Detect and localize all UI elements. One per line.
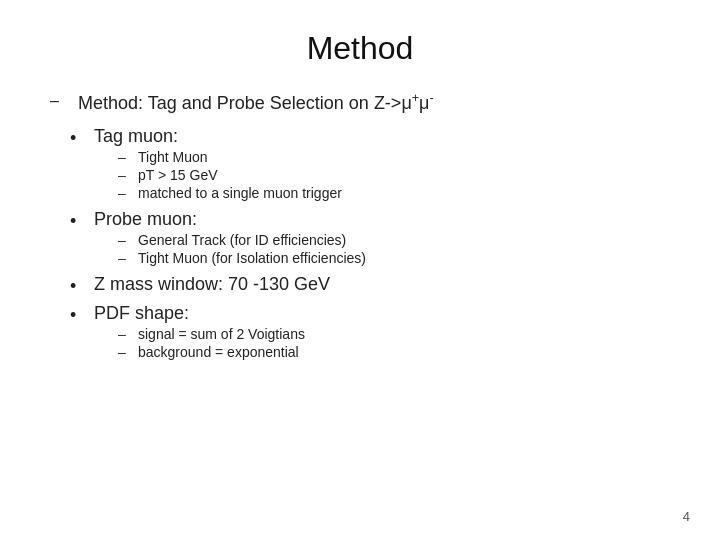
bullet-dot-1: • bbox=[70, 126, 86, 151]
bullet-tag-muon-content: Tag muon: – Tight Muon – pT > 15 GeV – m bbox=[94, 126, 342, 205]
bullets-section: • Tag muon: – Tight Muon – pT > 15 GeV bbox=[70, 126, 670, 368]
sub-item-trigger: – matched to a single muon trigger bbox=[118, 185, 342, 201]
sub-dash-7: – bbox=[118, 344, 132, 360]
top-dash: – bbox=[50, 92, 70, 110]
pdf-shape-sub-items: – signal = sum of 2 Voigtians – backgrou… bbox=[118, 326, 305, 360]
sub-text-pt: pT > 15 GeV bbox=[138, 167, 218, 183]
pdf-shape-label: PDF shape: bbox=[94, 303, 189, 323]
sub-text-tight-muon: Tight Muon bbox=[138, 149, 208, 165]
slide-content: – Method: Tag and Probe Selection on Z->… bbox=[50, 91, 670, 510]
sub-dash-3: – bbox=[118, 185, 132, 201]
sub-text-general-track: General Track (for ID efficiencies) bbox=[138, 232, 346, 248]
slide: Method – Method: Tag and Probe Selection… bbox=[0, 0, 720, 540]
sub-text-background: background = exponential bbox=[138, 344, 299, 360]
sub-item-pt: – pT > 15 GeV bbox=[118, 167, 342, 183]
tag-muon-sub-items: – Tight Muon – pT > 15 GeV – matched to … bbox=[118, 149, 342, 201]
bullet-pdf-shape: • PDF shape: – signal = sum of 2 Voigtia… bbox=[70, 303, 670, 364]
sub-item-general-track: – General Track (for ID efficiencies) bbox=[118, 232, 366, 248]
sub-dash-2: – bbox=[118, 167, 132, 183]
sub-text-signal: signal = sum of 2 Voigtians bbox=[138, 326, 305, 342]
bullet-dot-4: • bbox=[70, 303, 86, 328]
sub-item-background: – background = exponential bbox=[118, 344, 305, 360]
sub-item-tight-muon: – Tight Muon bbox=[118, 149, 342, 165]
sub-dash-5: – bbox=[118, 250, 132, 266]
sub-item-tight-muon-iso: – Tight Muon (for Isolation efficiencies… bbox=[118, 250, 366, 266]
top-level-item: – Method: Tag and Probe Selection on Z->… bbox=[50, 91, 670, 114]
slide-title: Method bbox=[50, 30, 670, 67]
sub-dash-6: – bbox=[118, 326, 132, 342]
z-mass-label: Z mass window: 70 -130 GeV bbox=[94, 274, 330, 294]
sub-text-tight-muon-iso: Tight Muon (for Isolation efficiencies) bbox=[138, 250, 366, 266]
top-level-text: Method: Tag and Probe Selection on Z->μ+… bbox=[78, 91, 434, 114]
sub-dash-4: – bbox=[118, 232, 132, 248]
bullet-pdf-shape-content: PDF shape: – signal = sum of 2 Voigtians… bbox=[94, 303, 305, 364]
bullet-probe-muon-content: Probe muon: – General Track (for ID effi… bbox=[94, 209, 366, 270]
bullet-dot-3: • bbox=[70, 274, 86, 299]
page-number: 4 bbox=[683, 509, 690, 524]
sub-text-trigger: matched to a single muon trigger bbox=[138, 185, 342, 201]
bullet-dot-2: • bbox=[70, 209, 86, 234]
bullet-z-mass: • Z mass window: 70 -130 GeV bbox=[70, 274, 670, 299]
sub-item-signal: – signal = sum of 2 Voigtians bbox=[118, 326, 305, 342]
bullet-z-mass-content: Z mass window: 70 -130 GeV bbox=[94, 274, 330, 295]
bullet-probe-muon: • Probe muon: – General Track (for ID ef… bbox=[70, 209, 670, 270]
probe-muon-sub-items: – General Track (for ID efficiencies) – … bbox=[118, 232, 366, 266]
probe-muon-label: Probe muon: bbox=[94, 209, 197, 229]
tag-muon-label: Tag muon: bbox=[94, 126, 178, 146]
sub-dash-1: – bbox=[118, 149, 132, 165]
bullet-tag-muon: • Tag muon: – Tight Muon – pT > 15 GeV bbox=[70, 126, 670, 205]
